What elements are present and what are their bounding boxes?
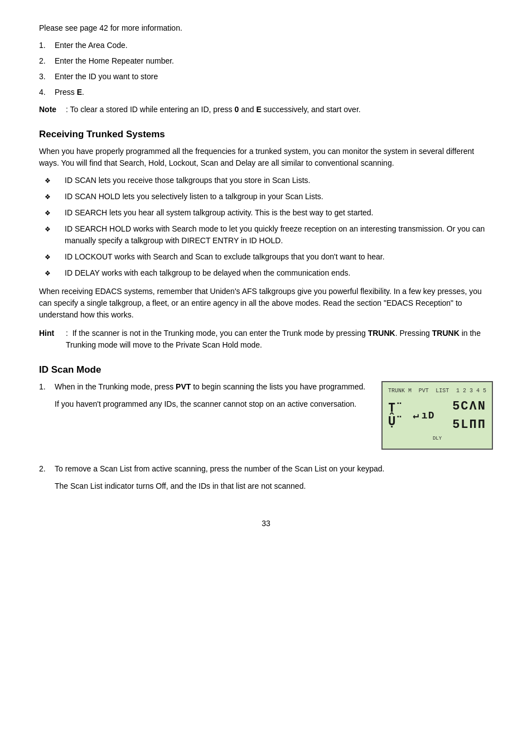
- diamond-icon-4: ❖: [39, 224, 56, 234]
- lcd-left-bottom: Ụ̈: [388, 416, 395, 429]
- initial-steps-list: 1. Enter the Area Code. 2. Enter the Hom…: [39, 40, 493, 98]
- note-block: Note : To clear a stored ID while enteri…: [39, 104, 493, 115]
- note-content: : To clear a stored ID while entering an…: [66, 104, 493, 115]
- step-3-text: Enter the ID you want to store: [55, 71, 158, 83]
- lcd-main-row: Ṱ̈ Ụ̈ ↵ ıD 5CΛN 5LΠΠ: [388, 397, 486, 434]
- lcd-dly-label: DLY: [388, 435, 486, 443]
- lcd-id-label: ıD: [422, 408, 435, 423]
- lcd-scan-bottom: 5LΠΠ: [452, 416, 486, 434]
- id-scan-step-1-content: When in the Trunking mode, press PVT to …: [55, 381, 493, 456]
- diamond-icon-2: ❖: [39, 192, 56, 202]
- page-content: Please see page 42 for more information.…: [39, 22, 493, 497]
- step-4-num: 4.: [39, 86, 50, 98]
- hint-bold-trunk1: TRUNK: [368, 329, 395, 338]
- lcd-list-label: LIST: [436, 387, 449, 395]
- hint-bold-trunk2: TRUNK: [432, 329, 460, 338]
- hint-label: Hint: [39, 328, 61, 351]
- step-3-num: 3.: [39, 71, 50, 83]
- diamond-icon-6: ❖: [39, 268, 56, 278]
- note-bold-e: E: [256, 105, 261, 114]
- bullet-list: ❖ ID SCAN lets you receive those talkgro…: [39, 175, 493, 279]
- bullet-item-2: ❖ ID SCAN HOLD lets you selectively list…: [39, 191, 493, 203]
- lcd-trunk-m: TRUNK M: [388, 387, 412, 395]
- step-4-text: Press E.: [55, 86, 84, 98]
- step-2: 2. Enter the Home Repeater number.: [39, 55, 493, 67]
- id-scan-step-1: 1. When in the Trunking mode, press PVT …: [39, 381, 493, 456]
- id-scan-step-2-content: To remove a Scan List from active scanni…: [55, 463, 493, 497]
- bullet-item-1: ❖ ID SCAN lets you receive those talkgro…: [39, 175, 493, 186]
- lcd-center-col: ↵ ıD: [413, 408, 434, 423]
- lcd-top-row: TRUNK M PVT LIST 1 2 3 4 5: [388, 387, 486, 395]
- bullet-text-6: ID DELAY works with each talkgroup to be…: [65, 267, 493, 279]
- bullet-text-1: ID SCAN lets you receive those talkgroup…: [65, 175, 493, 186]
- lcd-left-col: Ṱ̈ Ụ̈: [388, 402, 395, 429]
- hint-block: Hint : If the scanner is not in the Trun…: [39, 328, 493, 351]
- bullet-text-5: ID LOCKOUT works with Search and Scan to…: [65, 251, 493, 263]
- step-1-text: Enter the Area Code.: [55, 40, 128, 51]
- id-scan-step-2-num: 2.: [39, 463, 50, 497]
- note-label: Note: [39, 104, 61, 115]
- diamond-icon-1: ❖: [39, 176, 56, 186]
- step-1-num: 1.: [39, 40, 50, 51]
- bullet-item-5: ❖ ID LOCKOUT works with Search and Scan …: [39, 251, 493, 263]
- bullet-item-6: ❖ ID DELAY works with each talkgroup to …: [39, 267, 493, 279]
- id-scan-step-2: 2. To remove a Scan List from active sca…: [39, 463, 493, 497]
- step-1: 1. Enter the Area Code.: [39, 40, 493, 51]
- step-4: 4. Press E.: [39, 86, 493, 98]
- edacs-para: When receiving EDACS systems, remember t…: [39, 286, 493, 321]
- step-1-subpara: If you haven't programmed any IDs, the s…: [55, 398, 370, 410]
- lcd-left-top: Ṱ̈: [388, 402, 395, 416]
- lcd-arrow-icon: ↵: [413, 408, 419, 423]
- diamond-icon-3: ❖: [39, 208, 56, 218]
- lcd-pvt-label: PVT: [419, 387, 429, 395]
- section2-heading: ID Scan Mode: [39, 364, 493, 375]
- bullet-text-2: ID SCAN HOLD lets you selectively listen…: [65, 191, 493, 203]
- lcd-display: TRUNK M PVT LIST 1 2 3 4 5 Ṱ̈ Ụ̈ ↵ ıD: [381, 381, 493, 450]
- page-number: 33: [39, 519, 493, 528]
- lcd-right-col: 5CΛN 5LΠΠ: [452, 397, 486, 434]
- bullet-text-4: ID SEARCH HOLD works with Search mode to…: [65, 223, 493, 247]
- diamond-icon-5: ❖: [39, 252, 56, 262]
- lcd-scan-top: 5CΛN: [452, 397, 486, 416]
- step-3: 3. Enter the ID you want to store: [39, 71, 493, 83]
- step-1-pvt-bold: PVT: [176, 382, 191, 391]
- bullet-item-3: ❖ ID SEARCH lets you hear all system tal…: [39, 207, 493, 219]
- hint-content: : If the scanner is not in the Trunking …: [66, 328, 493, 351]
- step-2-num: 2.: [39, 55, 50, 67]
- step-2-subpara: The Scan List indicator turns Off, and t…: [55, 480, 493, 492]
- lcd-numbers: 1 2 3 4 5: [456, 387, 486, 395]
- section1-intro: When you have properly programmed all th…: [39, 146, 493, 169]
- step-1-text-block: When in the Trunking mode, press PVT to …: [55, 381, 370, 415]
- step-4-bold: E: [77, 88, 82, 97]
- step-2-main-text: To remove a Scan List from active scanni…: [55, 463, 493, 475]
- intro-text: Please see page 42 for more information.: [39, 22, 493, 34]
- step-2-text: Enter the Home Repeater number.: [55, 55, 174, 67]
- section1-heading: Receiving Trunked Systems: [39, 129, 493, 140]
- step-1-with-image: When in the Trunking mode, press PVT to …: [55, 381, 493, 450]
- step-1-main-text: When in the Trunking mode, press PVT to …: [55, 381, 370, 393]
- id-scan-step-1-num: 1.: [39, 381, 50, 456]
- bullet-text-3: ID SEARCH lets you hear all system talkg…: [65, 207, 493, 219]
- bullet-item-4: ❖ ID SEARCH HOLD works with Search mode …: [39, 223, 493, 247]
- note-bold-0: 0: [234, 105, 239, 114]
